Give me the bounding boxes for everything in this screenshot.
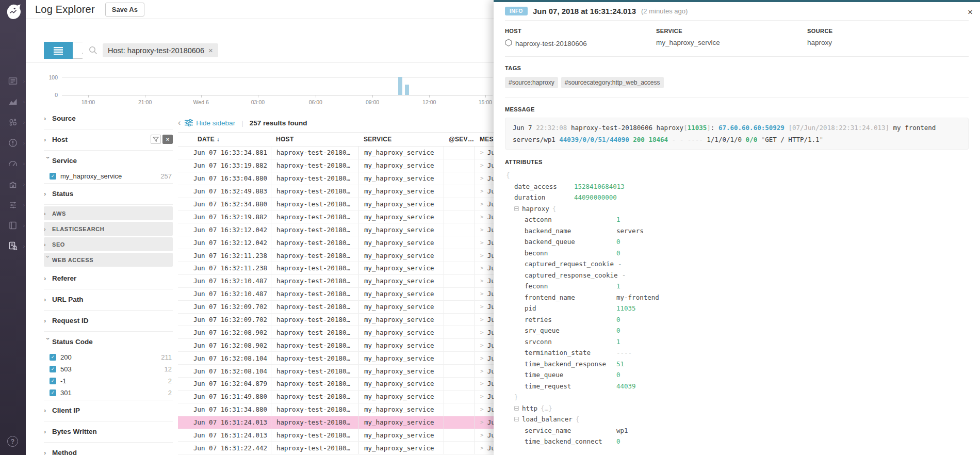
checkbox-checked-icon[interactable]: ✓ [50,354,56,361]
nav-item-dashboards[interactable]: › [4,159,22,170]
attribute-row-pid: pid11035 [505,303,980,314]
facet-value-label: my_haproxy_service [60,172,160,180]
facet-value-1[interactable]: ✓-12 [44,375,173,387]
meta-label: SOURCE [807,28,958,34]
facet-value-503[interactable]: ✓50312 [44,363,173,375]
checkbox-checked-icon[interactable]: ✓ [50,173,56,180]
facet-header-host[interactable]: ›Host× [44,129,173,149]
facet-header-bytes-written[interactable]: ›Bytes Written [44,421,173,441]
facet-value-my-haproxy-service[interactable]: ✓my_haproxy_service257 [44,170,173,182]
date-cell: Jun 07 16:32:11.238 [188,249,271,262]
service-cell: my_haproxy_service [358,365,444,377]
datadog-logo[interactable] [0,0,26,24]
gridline-top [62,77,493,78]
severity-cell [178,393,188,400]
severity-cell [178,418,188,426]
facet-header-method[interactable]: ›Method [44,443,173,455]
facet-header-client-ip[interactable]: ›Client IP [44,400,173,420]
facet-group-seo[interactable]: ›SEO [44,237,173,251]
severity-cell [178,367,188,375]
detail-attributes-section: ATTRIBUTES {date_access1528410684013dura… [505,150,980,447]
save-as-button[interactable]: Save As [105,3,144,17]
facet-header-status-code[interactable]: ›Status Code [44,332,173,351]
message-token: " [820,136,824,143]
facet-value-label: 503 [60,365,165,373]
attribute-row-time-backend-connect: time_backend_connect0 [505,436,980,447]
facet-group-web-access[interactable]: ›WEB ACCESS [44,253,173,267]
facet-value-301[interactable]: ✓3012 [44,387,173,399]
log-tag[interactable]: #sourcecategory:http_web_access [561,77,664,88]
facet-header-request-id[interactable]: ›Request ID [44,311,173,330]
column-header-date[interactable]: DATE ↓ [188,136,271,143]
collapse-toggle-icon[interactable] [514,417,519,421]
chart-plot-area[interactable]: 18:0021:00Wed 603:0006:0009:0012:0015:00 [62,63,493,109]
close-panel-icon[interactable]: × [968,7,973,18]
message-token: GET / HTTP/1.1 [765,136,819,143]
message-token: 67.60.60.60:50929 [718,124,788,132]
x-axis-tick-label: 15:00 [479,99,492,105]
collapse-toggle-icon[interactable] [514,406,519,411]
facet-header-url-path[interactable]: ›URL Path [44,289,173,309]
search-filter-tag-label: Host: haproxy-test-20180606 [108,46,204,55]
attribute-key: service_name [525,425,612,436]
facet-header-referer[interactable]: ›Referer [44,268,173,288]
facet-group-aws[interactable]: ›AWS [44,206,173,220]
facet-group-elasticsearch[interactable]: ›ELASTICSEARCH [44,222,173,236]
expand-chevron-icon: > [480,316,484,323]
search-input[interactable]: Host: haproxy-test-20180606 × [83,42,518,59]
host-cell: haproxy-test-20180… [271,416,358,429]
severity-value-cell [444,301,475,313]
attribute-row-time-backend-response: time_backend_response51 [505,359,980,370]
severity-value-cell [444,365,475,377]
hide-sidebar-button[interactable]: Hide sidebar [185,119,235,127]
metrics-graph-icon [8,96,18,109]
host-hexagon-icon [505,39,512,48]
nav-item-monitors[interactable]: › [4,138,22,150]
facet-group-label: ELASTICSEARCH [52,226,104,232]
nav-item-services[interactable]: › [4,118,22,129]
collapse-toggle-icon[interactable] [514,206,519,211]
service-cell: my_haproxy_service [358,198,444,210]
nav-item-pipelines[interactable]: › [4,200,22,212]
sliders-icon [185,119,193,126]
nav-item-integrations[interactable]: › [4,180,22,191]
facet-header-source[interactable]: ›Source [44,108,173,128]
log-volume-bar[interactable] [398,77,402,95]
log-volume-bar[interactable] [405,85,409,95]
severity-cell [178,277,188,285]
search-filter-tag[interactable]: Host: haproxy-test-20180606 × [103,43,218,57]
attribute-row-time-request: time_request44039 [505,381,980,392]
attribute-key: actconn [525,214,612,225]
checkbox-checked-icon[interactable]: ✓ [50,366,56,372]
meta-value-text: my_haproxy_service [656,39,720,46]
expand-chevron-icon: > [480,432,484,438]
chevron-right-icon: › [44,274,52,282]
column-header-host[interactable]: HOST [271,136,358,143]
facet-source: ›Source [44,108,173,129]
checkbox-checked-icon[interactable]: ✓ [50,378,56,384]
facet-value-200[interactable]: ✓200211 [44,351,173,363]
nav-item-metrics[interactable]: › [4,97,22,108]
list-view-toggle[interactable] [44,42,73,59]
host-remove-filter-button[interactable]: × [162,135,173,144]
facet-header-service[interactable]: ›Service [44,151,173,170]
remove-filter-icon[interactable]: × [208,46,213,55]
log-tag[interactable]: #source:haproxy [505,77,558,88]
facet-header-status[interactable]: ›Status [44,184,173,203]
attribute-node-label: load_balancer [522,414,573,425]
nav-item-events[interactable]: › [4,76,22,88]
brace-text: { [506,170,510,181]
checkbox-checked-icon[interactable]: ✓ [50,389,56,396]
collapse-sidebar-chevron-icon[interactable]: ‹ [178,118,181,127]
attribute-row-actconn: actconn1 [505,214,980,225]
x-axis-tick-label: 12:00 [422,99,436,105]
service-cell: my_haproxy_service [358,147,444,159]
nav-item-logs[interactable]: › [4,241,22,253]
host-cell: haproxy-test-20180… [271,429,358,442]
host-filter-button[interactable] [151,135,161,144]
column-header-service[interactable]: SERVICE [358,136,444,143]
severity-value-cell [444,339,475,351]
nav-item-notebooks[interactable]: › [4,221,22,232]
column-header-severity[interactable]: @SEV… [444,136,475,143]
help-button[interactable]: ? [7,436,18,447]
